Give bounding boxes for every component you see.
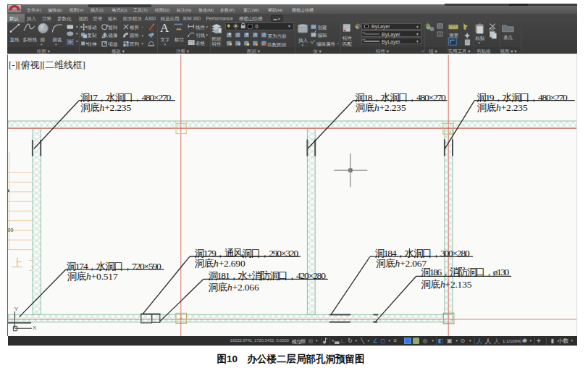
svg-text:Y: Y — [14, 306, 19, 312]
svg-text:上: 上 — [12, 257, 23, 269]
svg-text:X: X — [33, 325, 37, 331]
svg-text:00: 00 — [8, 227, 14, 233]
